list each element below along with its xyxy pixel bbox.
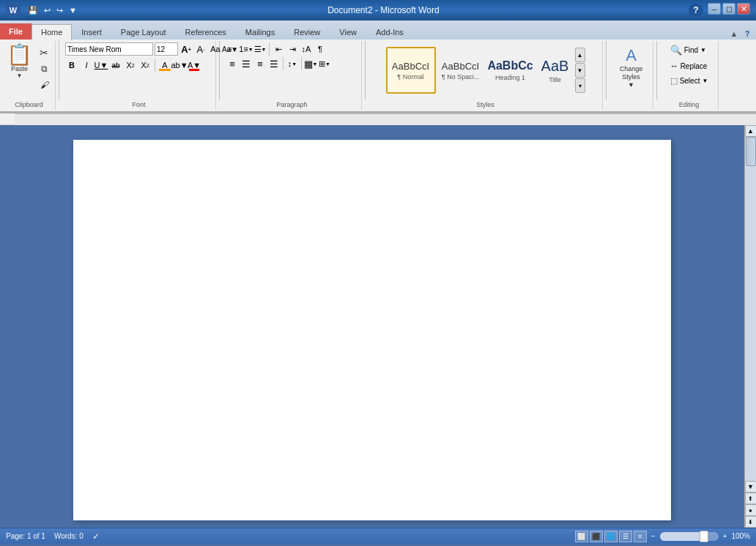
tab-addins[interactable]: Add-Ins bbox=[366, 23, 413, 40]
sort-button[interactable]: ↕A bbox=[300, 42, 313, 56]
zoom-level[interactable]: 100% bbox=[731, 532, 750, 540]
scroll-down-button[interactable]: ▼ bbox=[745, 481, 757, 493]
minimize-button[interactable]: – bbox=[708, 3, 721, 15]
align-right-button[interactable]: ≡ bbox=[253, 57, 267, 70]
draft-view-button[interactable]: ≡ bbox=[634, 531, 647, 542]
bullets-button[interactable]: ≡▼ bbox=[226, 42, 239, 56]
superscript-button[interactable]: X2 bbox=[138, 59, 152, 72]
shading-button[interactable]: ▦▼ bbox=[304, 57, 317, 70]
web-view-button[interactable]: 🌐 bbox=[604, 531, 618, 542]
tab-review[interactable]: Review bbox=[284, 23, 330, 40]
style-scroll-down[interactable]: ▼ bbox=[575, 63, 585, 78]
style-normal[interactable]: AaBbCcI ¶ Normal bbox=[386, 47, 436, 94]
paragraph-group-content: ≡▼ 1≡▼ ☰▼ ⇤ ⇥ ↕A ¶ ≡ ☰ ≡ ☰ ↕▼ bbox=[226, 42, 358, 108]
font-row-2: B I U▼ ab X2 X2 A ab▼ A▼ bbox=[65, 59, 201, 72]
prev-page-button[interactable]: ⬆ bbox=[745, 493, 757, 504]
strikethrough-button[interactable]: ab bbox=[109, 59, 122, 72]
style-no-spacing[interactable]: AaBbCcI ¶ No Spaci... bbox=[436, 47, 486, 94]
copy-button[interactable]: ⧉ bbox=[36, 61, 53, 76]
increase-indent-button[interactable]: ⇥ bbox=[286, 42, 299, 56]
zoom-handle[interactable] bbox=[700, 531, 708, 542]
style-heading1[interactable]: AaBbCc Heading 1 bbox=[486, 47, 536, 94]
next-page-button[interactable]: ⬇ bbox=[745, 516, 757, 528]
zoom-slider[interactable] bbox=[660, 532, 719, 541]
font-grow-button[interactable]: A+ bbox=[179, 42, 193, 56]
close-button[interactable]: ✕ bbox=[737, 3, 750, 15]
font-shrink-button[interactable]: A- bbox=[194, 42, 207, 56]
quick-customize-btn[interactable]: ▼ bbox=[67, 6, 78, 15]
print-view-button[interactable]: ⬜ bbox=[575, 531, 588, 542]
ribbon-help-btn[interactable]: ? bbox=[741, 28, 753, 40]
select-arrow: ▼ bbox=[702, 78, 708, 84]
para-divider bbox=[365, 41, 366, 100]
select-button[interactable]: ⬚ Select ▼ bbox=[667, 74, 712, 88]
zoom-out-button[interactable]: − bbox=[651, 532, 656, 540]
font-name-input[interactable] bbox=[65, 42, 153, 56]
bold-button[interactable]: B bbox=[65, 59, 78, 72]
quick-undo-btn[interactable]: ↩ bbox=[42, 6, 52, 15]
text-effects-button[interactable]: A bbox=[158, 59, 171, 72]
change-styles-group: A ChangeStyles ▼ bbox=[609, 41, 653, 110]
numbering-button[interactable]: 1≡▼ bbox=[240, 42, 253, 56]
borders-button[interactable]: ⊞▼ bbox=[318, 57, 331, 70]
replace-button[interactable]: ↔ Replace bbox=[667, 59, 711, 72]
replace-icon: ↔ bbox=[670, 61, 678, 70]
justify-button[interactable]: ☰ bbox=[267, 57, 281, 70]
document-page[interactable] bbox=[73, 140, 671, 520]
words-status[interactable]: Words: 0 bbox=[54, 532, 84, 540]
scroll-up-button[interactable]: ▲ bbox=[745, 125, 757, 137]
subscript-button[interactable]: X2 bbox=[124, 59, 137, 72]
change-styles-button[interactable]: A ChangeStyles ▼ bbox=[612, 42, 651, 92]
tab-file[interactable]: File bbox=[0, 23, 32, 40]
scroll-thumb[interactable] bbox=[746, 137, 756, 166]
style-title-label: Title bbox=[549, 76, 561, 83]
highlight-button[interactable]: ab▼ bbox=[173, 59, 186, 72]
select-browse-button[interactable]: ● bbox=[745, 504, 757, 516]
editing-group-content: 🔍 Find ▼ ↔ Replace ⬚ Select ▼ bbox=[667, 42, 712, 108]
fullscreen-view-button[interactable]: ⬛ bbox=[590, 531, 603, 542]
underline-button[interactable]: U▼ bbox=[94, 59, 108, 72]
tab-pagelayout[interactable]: Page Layout bbox=[111, 23, 176, 40]
tab-view[interactable]: View bbox=[330, 23, 366, 40]
zoom-in-button[interactable]: + bbox=[723, 532, 727, 540]
help-button[interactable]: ? bbox=[689, 3, 703, 18]
format-painter-button[interactable]: 🖌 bbox=[36, 78, 53, 92]
style-scroll-more[interactable]: ▾ bbox=[575, 78, 585, 93]
restore-button[interactable]: ◻ bbox=[722, 3, 735, 15]
clipboard-group: 📋 Paste ▼ ✂ ⧉ 🖌 Clipboard bbox=[3, 41, 56, 110]
font-color-button[interactable]: A▼ bbox=[188, 59, 201, 72]
quick-save-btn[interactable]: 💾 bbox=[26, 6, 40, 15]
italic-button[interactable]: I bbox=[80, 59, 93, 72]
style-scroll-up[interactable]: ▲ bbox=[575, 48, 585, 62]
multilevel-button[interactable]: ☰▼ bbox=[253, 42, 267, 56]
align-center-button[interactable]: ☰ bbox=[240, 57, 253, 70]
quick-redo-btn[interactable]: ↪ bbox=[55, 6, 64, 15]
page-status[interactable]: Page: 1 of 1 bbox=[6, 532, 45, 540]
changestyles-divider bbox=[656, 41, 657, 100]
ribbon-expand-btn[interactable]: ▲ bbox=[728, 28, 740, 40]
outline-view-button[interactable]: ☰ bbox=[619, 531, 632, 542]
scroll-track[interactable] bbox=[745, 137, 756, 481]
style-scroll: ▲ ▼ ▾ bbox=[575, 48, 585, 93]
clear-format-button[interactable]: Aa bbox=[209, 42, 222, 56]
paste-icon: 📋 bbox=[7, 45, 32, 65]
font-size-input[interactable] bbox=[155, 42, 178, 56]
ribbon-content: 📋 Paste ▼ ✂ ⧉ 🖌 Clipboard A bbox=[0, 40, 756, 113]
document-canvas[interactable] bbox=[0, 125, 744, 528]
tab-references[interactable]: References bbox=[176, 23, 236, 40]
find-button[interactable]: 🔍 Find ▼ bbox=[667, 42, 710, 58]
tab-insert[interactable]: Insert bbox=[72, 23, 111, 40]
line-spacing-button[interactable]: ↕▼ bbox=[286, 57, 299, 70]
ribbon: File Home Insert Page Layout References … bbox=[0, 20, 756, 113]
styles-label: Styles bbox=[368, 101, 602, 108]
tab-mailings[interactable]: Mailings bbox=[236, 23, 284, 40]
proofing-status[interactable]: ✓ bbox=[92, 531, 100, 542]
style-title[interactable]: AaB Title bbox=[536, 47, 575, 94]
cut-button[interactable]: ✂ bbox=[36, 45, 53, 60]
align-left-button[interactable]: ≡ bbox=[226, 57, 239, 70]
pilcrow-button[interactable]: ¶ bbox=[314, 42, 327, 56]
paste-button[interactable]: 📋 Paste ▼ bbox=[4, 42, 34, 81]
decrease-indent-button[interactable]: ⇤ bbox=[272, 42, 285, 56]
tab-home[interactable]: Home bbox=[32, 24, 72, 40]
style-normal-label: ¶ Normal bbox=[397, 73, 423, 81]
